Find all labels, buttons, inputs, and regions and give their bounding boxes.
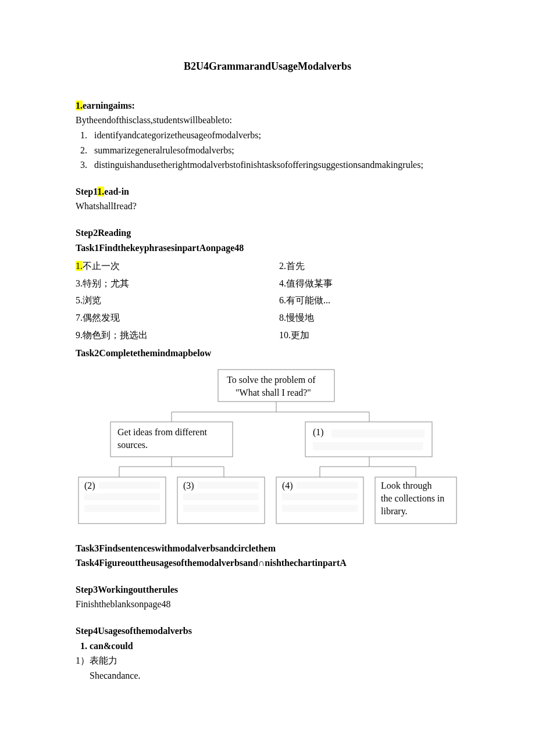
mindmap-b5-l1: Look through (381, 481, 432, 491)
step1-head: Step11.ead-in (76, 184, 459, 199)
mindmap-b5-l2: the collections in (381, 493, 444, 503)
highlight-prefix: 1. (76, 261, 83, 271)
task3-head: Task3Findsentenceswithmodalverbsandcircl… (76, 541, 459, 556)
task4-head: Task4Figureouttheusagesofthemodalverbsan… (76, 556, 459, 571)
aim-item: identifyandcategorizetheusageofmodalverb… (90, 128, 459, 143)
phrase-cell: 7.偶然发现 (76, 309, 256, 327)
step2-head: Step2Reading (76, 225, 459, 241)
svg-rect-26 (297, 482, 358, 489)
mindmap-root-l1: To solve the problem of (227, 375, 316, 385)
step1-prefix: Step1 (76, 187, 97, 196)
mindmap-b5-l3: library. (381, 506, 408, 517)
learning-aims-rest: earningaims: (83, 101, 135, 110)
svg-rect-18 (99, 482, 160, 489)
phrase-cell: 2.首先 (279, 257, 459, 275)
learning-aims-head: 1.earningaims: (76, 98, 459, 113)
modal-example: Shecandance. (76, 668, 459, 683)
highlight-prefix: 1. (97, 187, 104, 196)
task2-head: Task2Completethemindmapbelow (76, 346, 459, 361)
learning-aims-intro: Bytheendofthisclass,studentswillbeableto… (76, 113, 459, 128)
phrase-cell: 6.有可能做... (279, 292, 459, 309)
phrase-table: 1.不止一次 2.首先 3.特别；尤其 4.值得做某事 5.浏览 6.有可能做.… (76, 257, 459, 343)
phrase-cell: 5.浏览 (76, 292, 256, 309)
page-title: B2U4GrammarandUsageModalverbs (76, 58, 459, 75)
svg-rect-24 (183, 505, 259, 512)
phrase-text: 不止一次 (83, 261, 120, 271)
modal-item: can&could (90, 639, 459, 654)
modal-list: can&could (76, 639, 459, 654)
phrase-cell: 10.更加 (279, 327, 459, 344)
aim-item: summarizegeneralrulesofmodalverbs; (90, 143, 459, 158)
svg-rect-19 (84, 493, 160, 500)
mindmap: To solve the problem of "What shall I re… (76, 367, 459, 529)
svg-rect-6 (305, 422, 432, 457)
task1-head: Task1FindthekeyphrasesinpartAonpage48 (76, 241, 459, 256)
modal-sub: 1）表能力 (76, 653, 459, 668)
svg-rect-23 (183, 493, 259, 500)
phrase-cell: 3.特别；尤其 (76, 275, 256, 292)
svg-rect-20 (84, 505, 160, 512)
step1-body: WhatshallIread? (76, 199, 459, 214)
step3-body: Finishtheblanksonpage48 (76, 597, 459, 612)
step1-rest: ead-in (104, 187, 129, 196)
svg-rect-27 (282, 493, 358, 500)
mindmap-left-l2: sources. (117, 440, 148, 450)
highlight-prefix: 1. (76, 101, 83, 110)
svg-rect-28 (282, 505, 358, 512)
mindmap-root-l2: "What shall I read?" (236, 388, 311, 397)
mindmap-right: (1) (313, 427, 324, 438)
step4-head: Step4Usagesofthemodalverbs (76, 624, 459, 639)
mindmap-left-l1: Get ideas from different (117, 427, 207, 437)
phrase-cell: 4.值得做某事 (279, 275, 459, 292)
phrase-cell: 1.不止一次 (76, 257, 256, 275)
mindmap-b4: (4) (282, 481, 293, 491)
aim-item: distinguishandusetherightmodalverbstofin… (90, 157, 459, 173)
phrase-cell: 8.慢慢地 (279, 309, 459, 327)
phrase-cell: 9.物色到；挑选出 (76, 327, 256, 344)
svg-rect-8 (313, 442, 423, 450)
learning-aims-list: identifyandcategorizetheusageofmodalverb… (76, 128, 459, 173)
step3-head: Step3Workingouttherules (76, 582, 459, 597)
mindmap-b2: (2) (84, 481, 95, 491)
svg-rect-7 (331, 429, 425, 438)
svg-rect-22 (198, 482, 259, 489)
mindmap-b3: (3) (183, 481, 194, 491)
